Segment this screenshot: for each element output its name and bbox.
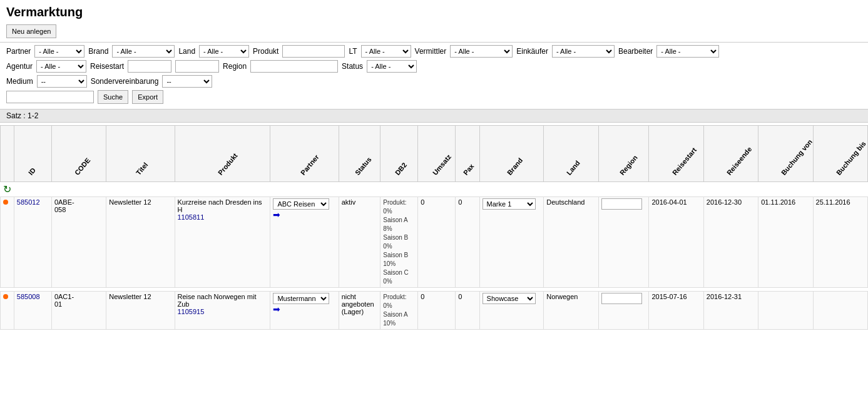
table-row: 5850080AC1-01Newsletter 12Reise nach Nor… [1, 292, 868, 330]
status-dot-cell [1, 197, 14, 288]
cell-reisestart: 2016-04-01 [649, 197, 703, 288]
th-umsatz[interactable]: Umsatz [418, 126, 456, 182]
sondervereinbarung-select[interactable]: -- [162, 75, 212, 88]
cell-pax: 0 [456, 197, 479, 288]
cell-titel: Newsletter 12 [106, 197, 175, 288]
cell-produkt: Reise nach Norwegen mit Zub1105915 [175, 292, 270, 330]
filter-row-1: Partner - Alle - Brand - Alle - Land - A… [6, 45, 862, 58]
suche-button[interactable]: Suche [98, 90, 128, 104]
neu-anlegen-button[interactable]: Neu anlegen [6, 24, 56, 38]
refresh-row: ↻ [1, 182, 868, 197]
cell-db2: Produkt: 0% Saison A 10% [380, 292, 418, 330]
region-cell-input[interactable] [601, 293, 642, 304]
th-buchung-von[interactable]: Buchung von [758, 126, 813, 182]
vermittler-select[interactable]: - Alle - [450, 45, 513, 58]
th-titel[interactable]: Titel [106, 126, 175, 182]
th-status[interactable]: Status [339, 126, 380, 182]
th-spacer [1, 126, 14, 182]
cell-partner[interactable]: ABC Reisen ➡ [270, 197, 339, 288]
cell-buchung-von: 01.11.2016 [758, 197, 813, 288]
brand-dropdown[interactable]: Marke 1 [483, 198, 536, 210]
einkaeufer-label: Einkäufer [516, 47, 548, 56]
th-partner[interactable]: Partner [270, 126, 339, 182]
status-select[interactable]: - Alle - [367, 60, 417, 73]
th-produkt[interactable]: Produkt [175, 126, 270, 182]
cell-land: Norwegen [544, 292, 598, 330]
reisestart-to-input[interactable] [175, 60, 219, 73]
bearbeiter-select[interactable]: - Alle - [656, 45, 719, 58]
cell-reisestart: 2015-07-16 [649, 292, 703, 330]
th-db2[interactable]: DB2 [380, 126, 418, 182]
cell-umsatz: 0 [418, 197, 456, 288]
refresh-icon[interactable]: ↻ [3, 184, 11, 195]
export-button[interactable]: Export [132, 90, 163, 104]
cell-id[interactable]: 585012 [14, 197, 51, 288]
page-title: Vermarktung [0, 0, 868, 22]
partner-dropdown[interactable]: Mustermann so [273, 293, 329, 304]
cell-buchung-bis: 25.11.2016 [813, 197, 867, 288]
filter-area: Partner - Alle - Brand - Alle - Land - A… [0, 42, 868, 109]
brand-dropdown[interactable]: Showcase [483, 293, 536, 304]
reisestart-from-input[interactable] [128, 60, 171, 73]
partner-select[interactable]: - Alle - [34, 45, 84, 58]
einkaeufer-select[interactable]: - Alle - [552, 45, 615, 58]
cell-land: Deutschland [544, 197, 598, 288]
sondervereinbarung-label: Sondervereinbarung [91, 77, 159, 86]
search-text-input[interactable] [6, 91, 94, 103]
agentur-label: Agentur [6, 62, 33, 71]
cell-buchung-bis [813, 292, 867, 330]
brand-label: Brand [88, 47, 108, 56]
th-brand[interactable]: Brand [479, 126, 544, 182]
main-table-container: ID CODE Titel Produkt Partner Status [0, 125, 868, 330]
arrow-icon[interactable]: ➡ [273, 210, 280, 220]
land-select[interactable]: - Alle - [199, 45, 249, 58]
medium-select[interactable]: -- [37, 75, 87, 88]
cell-brand[interactable]: Marke 1 [479, 197, 544, 288]
th-reiseende[interactable]: Reiseende [703, 126, 758, 182]
status-dot [3, 200, 8, 205]
cell-reiseende: 2016-12-31 [703, 292, 758, 330]
filter-row-4: Suche Export [6, 90, 862, 104]
lt-label: LT [349, 47, 357, 56]
agentur-select[interactable]: - Alle - [36, 60, 86, 73]
toolbar: Neu anlegen [0, 22, 868, 42]
cell-region[interactable] [598, 197, 649, 288]
arrow-icon[interactable]: ➡ [273, 304, 280, 314]
brand-select[interactable]: - Alle - [112, 45, 175, 58]
cell-brand[interactable]: Showcase [479, 292, 544, 330]
produkt-label: Produkt [253, 47, 278, 56]
cell-partner[interactable]: Mustermann so ➡ [270, 292, 339, 330]
status-dot [3, 294, 8, 299]
cell-id[interactable]: 585008 [14, 292, 51, 330]
cell-titel: Newsletter 12 [106, 292, 175, 330]
lt-select[interactable]: - Alle - [361, 45, 411, 58]
th-id[interactable]: ID [14, 126, 51, 182]
status-dot-cell [1, 292, 14, 330]
table-row: 5850120ABE-058Newsletter 12Kurzreise nac… [1, 197, 868, 288]
satz-label: Satz : 1-2 [6, 111, 38, 120]
bearbeiter-label: Bearbeiter [618, 47, 653, 56]
satz-bar: Satz : 1-2 [0, 109, 868, 123]
cell-buchung-von [758, 292, 813, 330]
th-pax[interactable]: Pax [456, 126, 479, 182]
filter-row-2: Agentur - Alle - Reisestart Region Statu… [6, 60, 862, 73]
cell-region[interactable] [598, 292, 649, 330]
th-reisestart[interactable]: Reisestart [649, 126, 703, 182]
produkt-input[interactable] [282, 45, 345, 58]
cell-db2: Produkt: 0% Saison A 8% Saison B 0% Sais… [380, 197, 418, 288]
partner-dropdown[interactable]: ABC Reisen [273, 198, 329, 210]
reisestart-label: Reisestart [90, 62, 124, 71]
medium-label: Medium [6, 77, 33, 86]
region-input[interactable] [250, 60, 338, 73]
region-cell-input[interactable] [601, 198, 642, 210]
filter-row-3: Medium -- Sondervereinbarung -- [6, 75, 862, 88]
th-buchung-bis[interactable]: Buchung bis [813, 126, 867, 182]
th-region[interactable]: Region [598, 126, 649, 182]
region-label: Region [223, 62, 247, 71]
land-label: Land [178, 47, 195, 56]
cell-reiseende: 2016-12-30 [703, 197, 758, 288]
th-code[interactable]: CODE [51, 126, 106, 182]
cell-status: aktiv [339, 197, 380, 288]
th-land[interactable]: Land [544, 126, 598, 182]
cell-code: 0ABE-058 [51, 197, 106, 288]
